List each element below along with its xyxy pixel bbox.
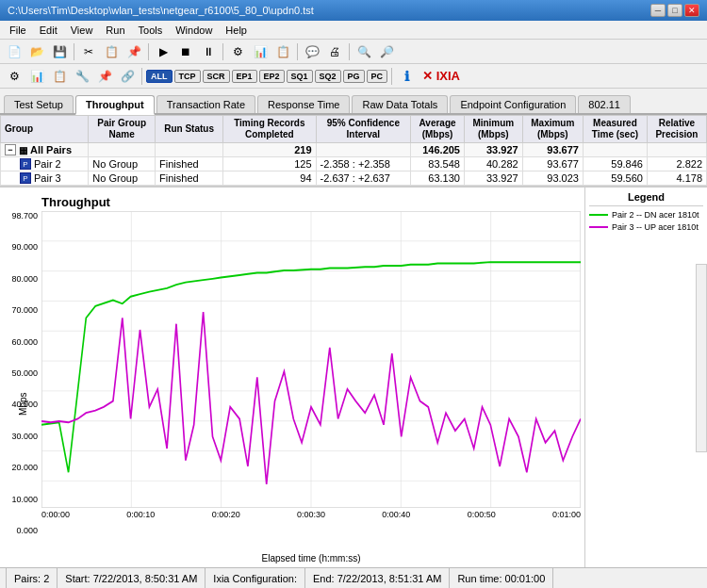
tab-endpoint-config[interactable]: Endpoint Configuration xyxy=(450,95,576,113)
tab-transaction-rate[interactable]: Transaction Rate xyxy=(156,95,255,113)
data-table-area: Group Pair GroupName Run Status Timing R… xyxy=(0,115,707,188)
save-button[interactable]: 💾 xyxy=(49,42,70,61)
y-axis-labels: 98.700 90.000 80.000 70.000 60.000 50.00… xyxy=(4,211,41,564)
results-table: Group Pair GroupName Run Status Timing R… xyxy=(0,115,707,186)
print-button[interactable]: 🖨 xyxy=(324,42,345,61)
cell-pair-group: No Group xyxy=(89,157,156,172)
filter-tcp[interactable]: TCP xyxy=(174,70,201,83)
run-button[interactable]: ▶ xyxy=(153,42,173,61)
cell-group: − ▦ All Pairs xyxy=(1,143,89,157)
tab-802-11[interactable]: 802.11 xyxy=(578,95,631,113)
chart-svg xyxy=(41,211,581,508)
paste-button[interactable]: 📌 xyxy=(123,42,144,61)
legend-scrollbar[interactable] xyxy=(696,264,707,452)
tb2-btn4[interactable]: 🔧 xyxy=(72,67,92,86)
table-row[interactable]: − ▦ All Pairs 219 146.205 33.927 93.677 xyxy=(1,143,707,157)
col-measured-time: MeasuredTime (sec) xyxy=(583,116,647,143)
tab-bar: Test Setup Throughput Transaction Rate R… xyxy=(0,89,707,115)
table-button[interactable]: 📋 xyxy=(272,42,293,61)
tb2-btn3[interactable]: 📋 xyxy=(49,67,70,86)
y-label: 20.000 xyxy=(11,463,38,472)
y-label: 0.000 xyxy=(16,526,38,535)
table-row[interactable]: P Pair 2 No Group Finished 125 -2.358 : … xyxy=(1,157,707,172)
open-button[interactable]: 📂 xyxy=(26,42,47,61)
x-axis-labels: 0:00:00 0:00:10 0:00:20 0:00:30 0:00:40 … xyxy=(41,508,581,536)
menu-run[interactable]: Run xyxy=(100,24,130,37)
tab-response-time[interactable]: Response Time xyxy=(257,95,350,113)
title-bar: C:\Users\Tim\Desktop\wlan_tests\netgear_… xyxy=(0,0,707,21)
maximize-button[interactable]: □ xyxy=(667,4,682,17)
filter-pg[interactable]: PG xyxy=(343,70,365,83)
tab-raw-data[interactable]: Raw Data Totals xyxy=(352,95,448,113)
col-maximum: Maximum(Mbps) xyxy=(522,116,583,143)
export-button[interactable]: 💬 xyxy=(302,42,322,61)
sep-tb2-1 xyxy=(141,68,142,85)
stop-button[interactable]: ⏹ xyxy=(175,42,196,61)
status-bar: Pairs: 2 Start: 7/22/2013, 8:50:31 AM Ix… xyxy=(0,567,707,588)
filter-scr[interactable]: SCR xyxy=(203,70,230,83)
menu-file[interactable]: File xyxy=(4,24,32,37)
separator-4 xyxy=(297,43,298,60)
filter-pc[interactable]: PC xyxy=(367,70,388,83)
x-axis-title: Elapsed time (h:mm:ss) xyxy=(41,553,581,564)
separator-1 xyxy=(74,43,74,60)
tab-throughput[interactable]: Throughput xyxy=(75,95,155,115)
tb2-btn6[interactable]: 🔗 xyxy=(117,67,138,86)
legend-label-pair3: Pair 3 -- UP acer 1810t xyxy=(612,222,699,232)
ixia-logo: ✕ IXIA xyxy=(422,69,460,83)
cut-button[interactable]: ✂ xyxy=(78,42,99,61)
y-label: 80.000 xyxy=(11,274,38,284)
legend-panel: Legend Pair 2 -- DN acer 1810t Pair 3 --… xyxy=(584,188,707,567)
tb2-btn5[interactable]: 📌 xyxy=(94,67,115,86)
menu-tools[interactable]: Tools xyxy=(133,24,169,37)
cell-precision xyxy=(647,143,706,157)
col-average: Average(Mbps) xyxy=(411,116,465,143)
tb2-btn2[interactable]: 📊 xyxy=(26,67,47,86)
tb2-btn1[interactable]: ⚙ xyxy=(4,67,25,86)
y-label: 60.000 xyxy=(11,337,38,347)
menu-help[interactable]: Help xyxy=(220,24,253,37)
cell-confidence: -2.637 : +2.637 xyxy=(316,172,411,186)
y-label: 70.000 xyxy=(11,305,38,315)
cell-run-status xyxy=(156,143,223,157)
zoom-in-button[interactable]: 🔍 xyxy=(354,42,374,61)
minimize-button[interactable]: ─ xyxy=(650,4,666,17)
chart-area: 0:00:00 0:00:10 0:00:20 0:00:30 0:00:40 … xyxy=(41,211,581,536)
cell-maximum: 93.677 xyxy=(522,143,583,157)
col-relative-precision: RelativePrecision xyxy=(647,116,706,143)
cell-average: 83.548 xyxy=(411,157,465,172)
zoom-out-button[interactable]: 🔎 xyxy=(376,42,397,61)
cell-confidence xyxy=(316,143,411,157)
filter-ep2[interactable]: EP2 xyxy=(259,70,285,83)
close-button[interactable]: ✕ xyxy=(684,4,699,17)
separator-5 xyxy=(349,43,350,60)
cell-measured: 59.560 xyxy=(583,172,647,186)
cell-minimum: 40.282 xyxy=(464,157,522,172)
filter-all[interactable]: ALL xyxy=(146,70,173,83)
chart-button[interactable]: 📊 xyxy=(250,42,271,61)
menu-edit[interactable]: Edit xyxy=(34,24,63,37)
filter-ep1[interactable]: EP1 xyxy=(232,70,257,83)
menu-view[interactable]: View xyxy=(65,24,99,37)
status-end: End: 7/22/2013, 8:51:31 AM xyxy=(305,568,450,588)
new-button[interactable]: 📄 xyxy=(4,42,25,61)
settings-button[interactable]: ⚙ xyxy=(227,42,248,61)
x-label: 0:00:10 xyxy=(126,510,155,519)
cell-timing: 219 xyxy=(223,143,316,157)
tab-test-setup[interactable]: Test Setup xyxy=(4,95,74,113)
copy-button[interactable]: 📋 xyxy=(101,42,122,61)
info-button[interactable]: ℹ xyxy=(396,67,417,86)
table-row[interactable]: P Pair 3 No Group Finished 94 -2.637 : +… xyxy=(1,172,707,186)
filter-sq2[interactable]: SQ2 xyxy=(315,70,341,83)
expand-icon[interactable]: − xyxy=(5,144,16,155)
window-title: C:\Users\Tim\Desktop\wlan_tests\netgear_… xyxy=(8,5,314,16)
status-run-time: Run time: 00:01:00 xyxy=(450,568,553,588)
y-label: 90.000 xyxy=(11,242,38,252)
separator-2 xyxy=(148,43,149,60)
filter-sq1[interactable]: SQ1 xyxy=(287,70,313,83)
menu-window[interactable]: Window xyxy=(170,24,218,37)
pause-button[interactable]: ⏸ xyxy=(198,42,219,61)
cell-run-status: Finished xyxy=(156,157,223,172)
cell-measured: 59.846 xyxy=(583,157,647,172)
y-label: 30.000 xyxy=(11,432,38,441)
